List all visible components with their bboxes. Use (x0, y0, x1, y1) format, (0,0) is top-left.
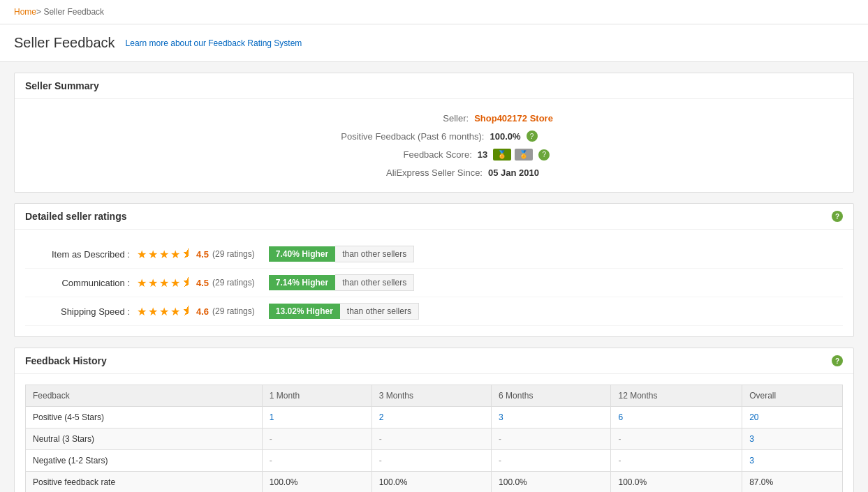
rating-row: Shipping Speed : ★★★★⯨ 4.6 (29 ratings) … (25, 297, 843, 326)
history-link-0-0[interactable]: 1 (270, 412, 274, 422)
rating-label-1: Communication : (25, 278, 137, 288)
history-link-0-1[interactable]: 2 (379, 412, 384, 422)
star-full: ★ (137, 276, 147, 290)
breadcrumb-home-link[interactable]: Home (14, 7, 36, 17)
history-cell-1-0: - (262, 428, 372, 450)
history-row: Positive feedback rate100.0%100.0%100.0%… (26, 472, 843, 493)
seller-summary-card: Seller Summary Seller: Shop402172 Store … (14, 73, 854, 193)
detailed-ratings-header: Detailed seller ratings ? (15, 204, 853, 230)
rating-row: Communication : ★★★★⯨ 4.5 (29 ratings) 7… (25, 269, 843, 297)
feedback-history-header: Feedback History ? (15, 348, 853, 374)
since-label: AliExpress Seller Since: (329, 167, 483, 178)
history-cell-0-4: 20 (742, 407, 843, 428)
positive-value: 100.0% (490, 131, 520, 142)
history-row-label-2: Negative (1-2 Stars) (26, 450, 263, 472)
history-col-4: 12 Months (611, 385, 742, 407)
rating-score-2: 4.6 (196, 306, 209, 317)
star-full: ★ (137, 248, 147, 261)
history-cell-2-4: 3 (742, 450, 843, 472)
rating-bar-1: 7.14% Higher than other sellers (269, 274, 414, 291)
history-link-0-3[interactable]: 6 (618, 412, 623, 422)
rating-score-0: 4.5 (196, 249, 209, 260)
rating-stars-1: ★★★★⯨ (137, 276, 193, 290)
history-cell-2-1: - (372, 450, 491, 472)
star-full: ★ (170, 276, 180, 290)
score-badges: 🏅 🏅 (493, 149, 533, 161)
history-cell-3-2: 100.0% (492, 472, 611, 493)
history-col-1: 1 Month (262, 385, 372, 407)
positive-feedback-row: Positive Feedback (Past 6 months): 100.0… (25, 127, 843, 145)
rating-bar-value-0: 7.40% Higher (269, 246, 335, 262)
rating-row: Item as Described : ★★★★⯨ 4.5 (29 rating… (25, 240, 843, 269)
history-cell-3-3: 100.0% (611, 472, 742, 493)
positive-help-icon[interactable]: ? (527, 131, 538, 142)
star-full: ★ (159, 305, 169, 318)
history-link-0-4[interactable]: 20 (749, 412, 758, 422)
score-row: Feedback Score: 13 🏅 🏅 ? (25, 145, 843, 164)
detailed-ratings-help-icon[interactable]: ? (832, 211, 843, 222)
star-half: ⯨ (182, 276, 193, 290)
rating-bar-label-0: than other sellers (335, 246, 414, 262)
history-col-0: Feedback (26, 385, 263, 407)
history-row: Negative (1-2 Stars)----3 (26, 450, 843, 472)
rating-label-2: Shipping Speed : (25, 306, 137, 317)
history-link-2-4[interactable]: 3 (749, 456, 754, 465)
star-full: ★ (148, 276, 158, 290)
seller-row: Seller: Shop402172 Store (25, 110, 843, 127)
history-cell-1-3: - (611, 428, 742, 450)
since-value: 05 Jan 2010 (488, 167, 539, 178)
seller-name-link[interactable]: Shop402172 Store (474, 113, 553, 124)
rating-bar-label-1: than other sellers (335, 274, 414, 291)
star-full: ★ (170, 248, 180, 261)
history-cell-3-1: 100.0% (372, 472, 491, 493)
rating-bar-0: 7.40% Higher than other sellers (269, 246, 414, 262)
feedback-history-card: Feedback History ? Feedback1 Month3 Mont… (14, 348, 854, 492)
history-col-2: 3 Months (372, 385, 491, 407)
rating-count-0: (29 ratings) (212, 249, 255, 259)
star-full: ★ (137, 305, 147, 318)
breadcrumb-current: Seller Feedback (43, 7, 104, 17)
history-row-label-3: Positive feedback rate (26, 472, 263, 493)
rating-bar-value-1: 7.14% Higher (269, 275, 335, 290)
star-full: ★ (170, 305, 180, 318)
star-full: ★ (159, 276, 169, 290)
feedback-system-link[interactable]: Learn more about our Feedback Rating Sys… (126, 38, 302, 48)
feedback-history-title: Feedback History (25, 355, 107, 366)
score-help-icon[interactable]: ? (538, 149, 550, 161)
positive-label: Positive Feedback (Past 6 months): (330, 131, 484, 142)
rating-label-0: Item as Described : (25, 249, 137, 260)
history-cell-2-0: - (262, 450, 372, 472)
history-cell-3-0: 100.0% (262, 472, 372, 493)
history-cell-2-3: - (611, 450, 742, 472)
since-row: AliExpress Seller Since: 05 Jan 2010 (25, 164, 843, 181)
history-cell-1-1: - (372, 428, 491, 450)
history-cell-3-4: 87.0% (742, 472, 843, 493)
rating-stars-0: ★★★★⯨ (137, 248, 193, 261)
feedback-history-help-icon[interactable]: ? (832, 355, 843, 366)
rating-count-1: (29 ratings) (212, 278, 255, 288)
rating-stars-2: ★★★★⯨ (137, 305, 193, 318)
history-cell-0-3: 6 (611, 407, 742, 428)
star-half: ⯨ (182, 305, 193, 318)
rating-score-1: 4.5 (196, 278, 209, 288)
seller-label: Seller: (315, 113, 469, 124)
breadcrumb-separator: > (36, 7, 41, 17)
history-row-label-1: Neutral (3 Stars) (26, 428, 263, 450)
star-half: ⯨ (182, 248, 193, 261)
history-cell-0-1: 2 (372, 407, 491, 428)
star-full: ★ (148, 305, 158, 318)
score-label: Feedback Score: (318, 149, 472, 160)
star-full: ★ (148, 248, 158, 261)
rating-bar-2: 13.02% Higher than other sellers (269, 303, 419, 320)
history-link-1-4[interactable]: 3 (749, 434, 754, 444)
star-full: ★ (159, 248, 169, 261)
page-header: Seller Feedback Learn more about our Fee… (0, 24, 868, 62)
history-col-3: 6 Months (492, 385, 611, 407)
history-link-0-2[interactable]: 3 (499, 412, 503, 422)
history-col-5: Overall (742, 385, 843, 407)
gold-badge: 🏅 (493, 149, 511, 161)
history-row-label-0: Positive (4-5 Stars) (26, 407, 263, 428)
silver-badge: 🏅 (515, 149, 533, 161)
detailed-ratings-title: Detailed seller ratings (25, 211, 127, 222)
history-cell-0-0: 1 (262, 407, 372, 428)
